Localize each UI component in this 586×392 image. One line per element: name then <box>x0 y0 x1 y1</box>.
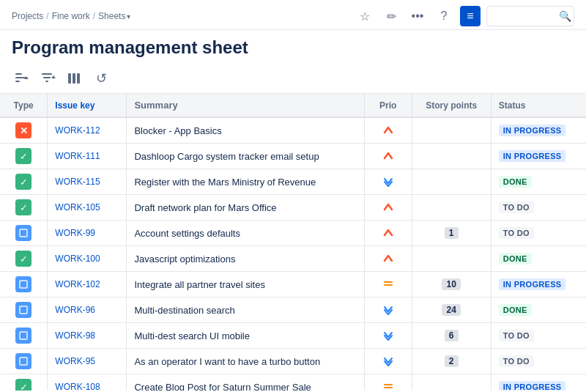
status-cell: DONE <box>491 246 586 272</box>
issue-key-cell[interactable]: WORK-112 <box>48 117 127 144</box>
chevron-down-icon: ▾ <box>127 12 130 21</box>
story-points-cell <box>412 169 491 195</box>
table-row[interactable]: WORK-102 Integrate all partner travel si… <box>0 272 586 297</box>
summary-cell: Integrate all partner travel sites <box>127 272 364 297</box>
type-cell: ✓ <box>0 374 48 391</box>
issue-key-cell[interactable]: WORK-105 <box>48 195 127 221</box>
story-points-cell <box>412 374 491 391</box>
status-badge: DONE <box>499 253 532 265</box>
summary-cell: Draft network plan for Mars Office <box>127 195 364 221</box>
story-points-cell: 24 <box>412 297 491 323</box>
status-badge: TO DO <box>499 201 534 213</box>
summary-cell: Multi-dest search UI mobile <box>127 323 364 349</box>
svg-rect-5 <box>43 77 51 78</box>
issue-key-cell[interactable]: WORK-98 <box>48 323 127 349</box>
columns-icon[interactable] <box>64 68 85 89</box>
status-badge: IN PROGRESS <box>499 278 566 290</box>
breadcrumb-finework[interactable]: Fine work <box>52 11 90 21</box>
top-bar: Projects / Fine work / Sheets ▾ ☆ ✏ ••• … <box>0 0 586 30</box>
table-row[interactable]: ✓ WORK-100 Javascript optimizations DONE <box>0 246 586 272</box>
status-cell: DONE <box>491 169 586 195</box>
prio-cell <box>364 144 412 169</box>
issue-key-cell[interactable]: WORK-99 <box>48 221 127 246</box>
prio-cell <box>364 195 412 221</box>
status-badge: DONE <box>499 304 532 316</box>
story-points-cell: 6 <box>412 323 491 349</box>
breadcrumb-sheets[interactable]: Sheets ▾ <box>98 11 130 21</box>
breadcrumb-projects[interactable]: Projects <box>12 11 43 21</box>
search-icon: 🔍 <box>559 10 571 22</box>
issue-key-cell[interactable]: WORK-115 <box>48 169 127 195</box>
story-points-cell <box>412 246 491 272</box>
status-cell: IN PROGRESS <box>491 144 586 169</box>
refresh-icon[interactable]: ↺ <box>91 68 111 89</box>
status-cell: IN PROGRESS <box>491 374 586 391</box>
table-row[interactable]: WORK-98 Multi-dest search UI mobile 6 TO… <box>0 323 586 349</box>
breadcrumb: Projects / Fine work / Sheets ▾ <box>12 11 130 21</box>
prio-cell <box>364 323 412 349</box>
search-box[interactable]: 🔍 <box>486 6 574 26</box>
type-cell <box>0 323 48 349</box>
table-row[interactable]: ✓ WORK-105 Draft network plan for Mars O… <box>0 195 586 221</box>
breadcrumb-sep1: / <box>46 11 48 21</box>
svg-marker-7 <box>51 75 56 78</box>
prio-cell <box>364 297 412 323</box>
issue-key-cell[interactable]: WORK-108 <box>48 374 127 391</box>
status-cell: IN PROGRESS <box>491 272 586 297</box>
search-input[interactable] <box>493 11 559 21</box>
status-cell: IN PROGRESS <box>491 117 586 144</box>
help-icon[interactable]: ? <box>434 6 454 26</box>
type-cell <box>0 297 48 323</box>
table-row[interactable]: WORK-95 As an operator I want to have a … <box>0 349 586 374</box>
col-story: Story points <box>412 94 491 117</box>
breadcrumb-sep2: / <box>93 11 95 21</box>
svg-rect-10 <box>77 73 80 84</box>
issue-key-cell[interactable]: WORK-95 <box>48 349 127 374</box>
edit-icon[interactable]: ✏ <box>381 6 401 26</box>
status-cell: TO DO <box>491 323 586 349</box>
status-badge: TO DO <box>499 227 534 239</box>
story-points-cell: 2 <box>412 349 491 374</box>
table-wrapper: Type Issue key Summary Prio Story points… <box>0 94 586 391</box>
table-row[interactable]: ✓ WORK-108 Create Blog Post for Saturn S… <box>0 374 586 391</box>
svg-rect-4 <box>42 73 52 75</box>
svg-rect-1 <box>15 77 26 78</box>
table-row[interactable]: ✓ WORK-111 Dashloop Cargo system tracker… <box>0 144 586 169</box>
toolbar: ↺ <box>0 64 586 94</box>
table-row[interactable]: ✕ WORK-112 Blocker - App Basics IN PROGR… <box>0 117 586 144</box>
issue-key-cell[interactable]: WORK-96 <box>48 297 127 323</box>
filter-icon[interactable] <box>38 68 59 89</box>
table-row[interactable]: WORK-99 Account settings defaults 1 TO D… <box>0 221 586 246</box>
issue-key-cell[interactable]: WORK-100 <box>48 246 127 272</box>
more-icon[interactable]: ••• <box>407 6 428 26</box>
issue-key-cell[interactable]: WORK-111 <box>48 144 127 169</box>
status-badge: IN PROGRESS <box>499 150 566 162</box>
summary-cell: Javascript optimizations <box>127 246 364 272</box>
status-badge: IN PROGRESS <box>499 381 566 391</box>
summary-cell: Create Blog Post for Saturn Summer Sale <box>127 374 364 391</box>
prio-cell <box>364 221 412 246</box>
svg-rect-9 <box>73 73 75 84</box>
group-by-icon[interactable] <box>12 68 32 89</box>
table-row[interactable]: WORK-96 Multi-destination search 24 DONE <box>0 297 586 323</box>
prio-cell <box>364 117 412 144</box>
summary-cell: Blocker - App Basics <box>127 117 364 144</box>
col-type: Type <box>0 94 48 117</box>
star-icon[interactable]: ☆ <box>355 6 375 26</box>
view-icon[interactable]: ≡ <box>460 6 481 26</box>
status-cell: TO DO <box>491 195 586 221</box>
svg-rect-0 <box>15 73 22 75</box>
issue-key-cell[interactable]: WORK-102 <box>48 272 127 297</box>
table-row[interactable]: ✓ WORK-115 Register with the Mars Minist… <box>0 169 586 195</box>
prio-cell <box>364 169 412 195</box>
table-body: ✕ WORK-112 Blocker - App Basics IN PROGR… <box>0 117 586 391</box>
type-cell: ✕ <box>0 117 48 144</box>
story-points-cell <box>412 117 491 144</box>
prio-cell <box>364 374 412 391</box>
type-cell: ✓ <box>0 246 48 272</box>
prio-cell <box>364 349 412 374</box>
page-title: Program management sheet <box>0 30 586 64</box>
col-key: Issue key <box>48 94 127 117</box>
status-badge: TO DO <box>499 355 534 367</box>
col-prio: Prio <box>364 94 412 117</box>
